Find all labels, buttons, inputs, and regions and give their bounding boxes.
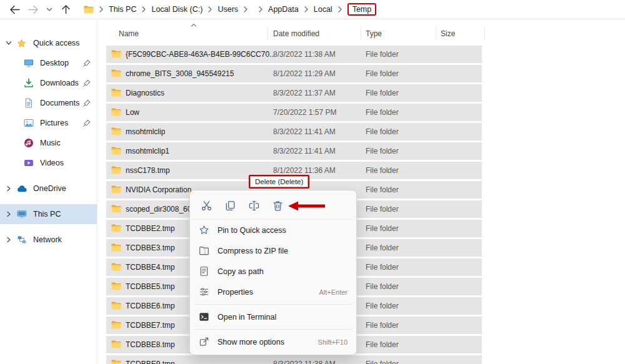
music-icon [24,138,35,148]
file-name: Diagnostics [126,89,164,97]
sidebar-item-network[interactable]: Network [0,230,97,250]
folder-icon [111,89,121,97]
file-row[interactable]: Diagnostics8/3/2022 11:37 AMFile folder [106,84,482,102]
chevron-right-icon [5,210,14,218]
file-type: File folder [366,282,399,291]
file-name: chrome_BITS_3008_945549215 [126,69,234,78]
breadcrumb-chevron-icon [301,6,312,12]
sidebar-item-videos[interactable]: Videos [0,153,97,173]
rename-button[interactable] [245,197,262,214]
file-type: File folder [366,89,399,97]
toolbar: This PCLocal Disk (C:)UsersAppDataLocalT… [0,0,625,19]
rename-icon [248,200,260,212]
sort-ascending-icon [191,23,197,27]
menu-item-show-more-options[interactable]: Show more optionsShift+F10 [192,332,354,352]
delete-tooltip: Delete (Delete) [250,176,308,187]
back-button[interactable] [5,1,24,18]
sidebar-item-label: Downloads [40,79,79,87]
file-name: TCDBBE8.tmp [126,340,175,349]
breadcrumb-item[interactable]: Temp [348,3,377,16]
folder-icon [111,263,121,271]
file-date: 8/3/2022 11:41 AM [273,127,336,136]
column-header-type[interactable]: Type [366,29,382,38]
copy-button[interactable] [221,197,239,214]
file-row[interactable]: msohtmlclip18/3/2022 11:41 AMFile folder [106,142,482,160]
recent-locations-button[interactable] [42,1,56,18]
downloads-icon [24,78,35,88]
pin-icon [83,79,91,87]
file-name: msohtmlclip1 [126,147,169,155]
annotation-arrow-icon [286,200,328,212]
folder-icon [111,50,121,58]
star-icon [17,39,28,48]
sidebar-item-this-pc[interactable]: This PC [0,204,97,224]
up-button[interactable] [56,1,75,18]
menu-item-copy-as-path[interactable]: Copy as path [192,261,354,282]
file-name: Low [126,108,139,117]
menu-item-open-in-terminal[interactable]: Open in Terminal [192,307,354,327]
context-menu-quick-actions [192,193,354,220]
file-name: msohtmlclip [126,127,165,136]
breadcrumb-item[interactable]: This PC [107,4,138,15]
breadcrumb-item[interactable]: AppData [266,4,301,15]
folder-icon [111,166,121,174]
sidebar-item-documents[interactable]: Documents [0,93,97,113]
breadcrumb-item[interactable]: Local [312,4,334,15]
copy-path-icon [199,266,210,277]
sidebar-item-downloads[interactable]: Downloads [0,73,97,93]
chevron-right-icon [5,185,14,192]
onedrive-icon [17,185,28,192]
menu-item-pin-to-quick-access[interactable]: Pin to Quick access [192,220,354,240]
breadcrumb-chevron-icon [255,6,266,12]
file-name: {F5C99CBC-ABE8-463A-B4EB-99C6CC70... [126,50,276,59]
sidebar-item-desktop[interactable]: Desktop [0,53,97,73]
sidebar-item-pictures[interactable]: Pictures [0,113,97,133]
menu-item-label: Pin to Quick access [218,226,286,235]
menu-item-properties[interactable]: PropertiesAlt+Enter [192,282,354,302]
breadcrumb-item[interactable]: Users [216,4,240,15]
sidebar-item-music[interactable]: Music [0,133,97,153]
file-type: File folder [366,340,399,349]
file-row[interactable]: msohtmlclip8/3/2022 11:41 AMFile folder [106,123,482,140]
breadcrumb[interactable]: This PCLocal Disk (C:)UsersAppDataLocalT… [84,3,376,16]
sidebar-item-quick-access[interactable]: Quick access [0,33,97,53]
file-row[interactable]: {F5C99CBC-ABE8-463A-B4EB-99C6CC70...8/3/… [106,46,482,63]
file-row[interactable]: chrome_BITS_3008_9455492158/1/2022 11:29… [106,65,482,82]
forward-button[interactable] [24,1,42,18]
folder-icon [111,302,121,310]
folder-icon [111,360,121,364]
cut-icon [201,200,212,212]
back-icon [9,5,20,14]
sidebar-item-label: Quick access [33,39,79,47]
breadcrumb-chevron-icon [240,6,251,12]
file-type: File folder [366,108,399,117]
file-name: NVIDIA Corporation [126,185,191,194]
menu-item-label: Compress to ZIP file [218,247,288,255]
file-date: 8/3/2022 11:38 AM [273,50,336,59]
sidebar-item-onedrive[interactable]: OneDrive [0,179,97,199]
pin-icon [83,59,91,67]
file-name: TCDBBE2.tmp [126,224,175,233]
column-separator [484,27,485,41]
file-type: File folder [366,224,399,233]
menu-item-label: Show more options [218,338,284,347]
file-date: 8/1/2022 11:29 AM [273,69,336,78]
breadcrumb-items: This PCLocal Disk (C:)UsersAppDataLocalT… [96,3,376,16]
column-header-date-modified[interactable]: Date modified [273,29,319,38]
cut-button[interactable] [198,197,215,214]
column-separator [361,27,361,41]
folder-icon [111,127,121,135]
menu-item-compress-to-zip[interactable]: Compress to ZIP file [192,240,354,261]
breadcrumb-item[interactable]: Local Disk (C:) [149,4,204,15]
menu-item-label: Open in Terminal [218,313,276,322]
star-outline-icon [199,225,210,235]
copy-icon [224,200,236,212]
column-header-name[interactable]: Name [119,29,139,38]
file-name: TCDBBE4.tmp [126,263,175,272]
delete-button[interactable] [269,197,286,214]
breadcrumb-chevron-icon [334,6,346,12]
column-header-size[interactable]: Size [441,29,455,38]
file-row[interactable]: TCDBBE9.tmp8/3/2022 11:38 AMFile folder [106,355,482,364]
file-row[interactable]: Low7/20/2022 1:57 PMFile folder [106,104,482,121]
chevron-down-icon [46,7,52,12]
